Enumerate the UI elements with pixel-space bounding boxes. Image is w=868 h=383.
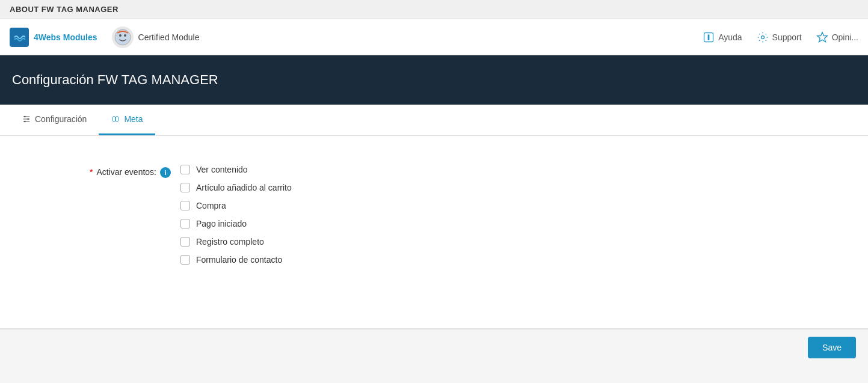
brand-logo[interactable]: 4Webs Modules	[10, 28, 97, 47]
checkbox-compra: Compra	[180, 201, 292, 210]
checkbox-ver-contenido-input[interactable]	[180, 165, 190, 174]
certified-badge-icon	[114, 29, 131, 46]
save-button[interactable]: Save	[808, 337, 856, 358]
checkbox-registro-completo: Registro completo	[180, 237, 292, 247]
ayuda-label: Ayuda	[718, 32, 742, 42]
opini-label: Opini...	[832, 32, 858, 42]
star-icon	[816, 31, 828, 43]
checkbox-articulo-carrito: Artículo añadido al carrito	[180, 183, 292, 192]
top-bar-title: ABOUT FW TAG MANAGER	[10, 5, 119, 14]
checkbox-pago-iniciado: Pago iniciado	[180, 219, 292, 228]
checkbox-compra-label: Compra	[196, 201, 226, 210]
tabs-bar: Configuración Meta	[0, 105, 868, 136]
ayuda-action[interactable]: i Ayuda	[703, 31, 742, 43]
checkbox-pago-iniciado-label: Pago iniciado	[196, 219, 247, 228]
support-label: Support	[772, 32, 802, 42]
checkbox-registro-completo-input[interactable]	[180, 237, 190, 247]
checkbox-articulo-carrito-input[interactable]	[180, 183, 190, 192]
help-icon: i	[703, 31, 715, 43]
svg-point-12	[24, 121, 26, 123]
checkbox-formulario-contacto-input[interactable]	[180, 255, 190, 265]
main-content: * Activar eventos: i Ver contenido Artíc…	[0, 136, 868, 328]
tab-meta[interactable]: Meta	[99, 105, 155, 135]
svg-point-11	[27, 118, 29, 120]
brand-bar-left: 4Webs Modules Certified Module	[10, 26, 199, 48]
svg-point-2	[124, 34, 126, 37]
brand-bar: 4Webs Modules Certified Module i	[0, 19, 868, 55]
brand-logo-text: 4Webs Modules	[34, 32, 97, 42]
brand-bar-right: i Ayuda Support Opini...	[703, 31, 858, 43]
svg-text:i: i	[708, 34, 710, 41]
checkbox-registro-completo-label: Registro completo	[196, 237, 264, 247]
svg-point-5	[761, 35, 764, 38]
activar-eventos-label: Activar eventos:	[96, 167, 156, 177]
events-form-section: * Activar eventos: i Ver contenido Artíc…	[0, 155, 868, 274]
checkbox-ver-contenido: Ver contenido	[180, 165, 292, 174]
support-action[interactable]: Support	[757, 31, 802, 43]
tab-meta-label: Meta	[124, 114, 143, 124]
svg-point-10	[24, 116, 26, 118]
page-title: Configuración FW TAG MANAGER	[12, 72, 856, 88]
info-icon[interactable]: i	[160, 167, 171, 178]
svg-point-1	[119, 34, 122, 37]
required-star: *	[90, 167, 93, 177]
brand-logo-icon	[10, 28, 29, 47]
checkbox-formulario-contacto-label: Formulario de contacto	[196, 255, 282, 265]
checkbox-ver-contenido-label: Ver contenido	[196, 165, 248, 174]
form-label-col: * Activar eventos: i	[24, 165, 180, 178]
certified-label: Certified Module	[138, 32, 200, 42]
waves-icon	[13, 31, 25, 43]
tab-configuracion-label: Configuración	[35, 114, 87, 124]
gear-icon	[757, 31, 769, 43]
checkbox-formulario-contacto: Formulario de contacto	[180, 255, 292, 265]
footer-bar: Save	[0, 329, 868, 366]
form-controls-col: Ver contenido Artículo añadido al carrit…	[180, 165, 292, 265]
checkbox-compra-input[interactable]	[180, 201, 190, 210]
sliders-icon	[22, 114, 31, 124]
opini-action[interactable]: Opini...	[816, 31, 858, 43]
meta-icon	[111, 114, 120, 124]
tab-configuracion[interactable]: Configuración	[10, 105, 99, 135]
checkbox-articulo-carrito-label: Artículo añadido al carrito	[196, 183, 292, 192]
certified-module: Certified Module	[112, 26, 200, 48]
certified-icon	[112, 26, 134, 48]
top-bar: ABOUT FW TAG MANAGER	[0, 0, 868, 19]
checkbox-pago-iniciado-input[interactable]	[180, 219, 190, 228]
svg-marker-6	[817, 32, 827, 41]
page-title-bar: Configuración FW TAG MANAGER	[0, 55, 868, 105]
